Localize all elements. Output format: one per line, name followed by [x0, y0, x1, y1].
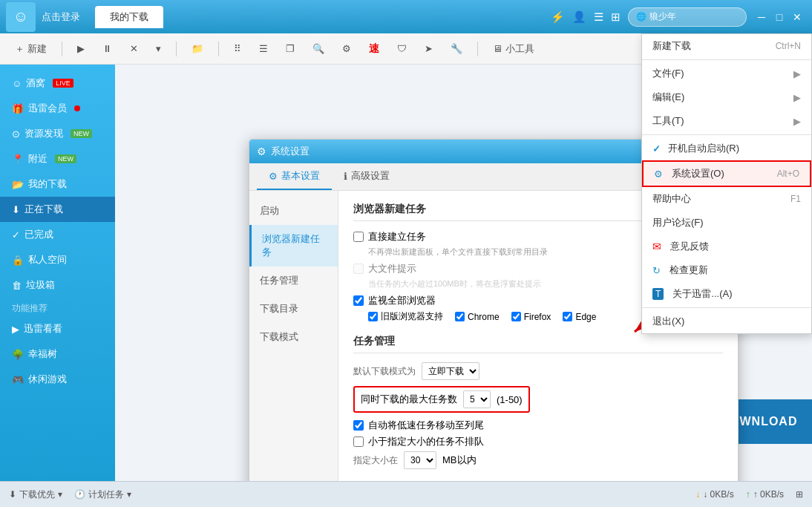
- delete-button[interactable]: ✕: [124, 40, 144, 57]
- list-button[interactable]: ☰: [253, 40, 274, 57]
- tools-button[interactable]: 🔧: [445, 40, 468, 57]
- priority-icon: ⬇: [9, 489, 16, 500]
- menu-system-settings[interactable]: ⚙ 系统设置(O) Alt+O: [642, 160, 811, 187]
- auto-move-checkbox[interactable]: [353, 420, 364, 431]
- right-arrow-icon: ➤: [425, 43, 433, 54]
- dialog-tab-basic[interactable]: ⚙ 基本设置: [257, 163, 332, 190]
- folder-icon: 📁: [191, 43, 203, 54]
- dialog-sidebar-startup[interactable]: 启动: [249, 197, 338, 225]
- schedule-icon: 🕐: [74, 489, 85, 500]
- dialog-sidebar-task-mgmt[interactable]: 任务管理: [249, 266, 338, 295]
- direct-task-label: 直接建立任务: [368, 230, 426, 243]
- close-button[interactable]: ✕: [788, 8, 806, 26]
- speed-icon: 速: [369, 42, 379, 56]
- default-mode-select[interactable]: 立即下载: [422, 362, 479, 380]
- size-unit: MB以内: [442, 454, 477, 467]
- no-queue-checkbox[interactable]: [353, 436, 364, 447]
- sidebar-item-private[interactable]: 🔒 私人空间: [0, 247, 115, 272]
- schedule-label: 计划任务: [88, 488, 124, 501]
- menu-tools[interactable]: 工具(T) ▶: [642, 109, 811, 133]
- menu-file[interactable]: 文件(F) ▶: [642, 62, 811, 85]
- more-button[interactable]: ▾: [150, 40, 167, 57]
- thunder-icon: ⚡: [551, 10, 565, 24]
- large-file-checkbox: [353, 264, 364, 274]
- copy-button[interactable]: ❐: [280, 40, 301, 57]
- sidebar-item-nearby[interactable]: 📍 附近 NEW: [0, 146, 115, 171]
- login-button[interactable]: 点击登录: [42, 10, 80, 24]
- no-queue-row: 小于指定大小的任务不排队: [353, 435, 723, 448]
- shield-button[interactable]: 🛡: [391, 40, 413, 57]
- folder-button[interactable]: 📁: [186, 40, 209, 57]
- sidebar-item-jiujiu[interactable]: ☺ 酒窝 LIVE: [0, 71, 115, 96]
- play-button[interactable]: ▶: [71, 40, 91, 57]
- grid-button[interactable]: ⠿: [228, 40, 247, 57]
- menu-new-download[interactable]: 新建下载 Ctrl+N: [642, 34, 811, 58]
- search-area: 🌐 狼少年: [628, 7, 747, 27]
- sidebar-item-idle-game[interactable]: 🎮 休闲游戏: [0, 367, 115, 392]
- sidebar-item-thunder-watch[interactable]: ▶ 迅雷看看: [0, 316, 115, 341]
- download-priority-button[interactable]: ⬇ 下载优先 ▾: [9, 488, 62, 501]
- auto-move-label: 自动将低速任务移动至列尾: [368, 419, 484, 432]
- jiujiu-icon: ☺: [12, 78, 22, 89]
- sidebar-item-trash[interactable]: 🗑 垃圾箱: [0, 272, 115, 298]
- no-queue-label: 小于指定大小的任务不排队: [368, 435, 484, 448]
- layout-toggle[interactable]: ⊞: [796, 489, 803, 500]
- size-select[interactable]: 30: [404, 451, 436, 469]
- menu-feedback[interactable]: ✉ 意见反馈: [642, 235, 811, 258]
- dialog-tab-advanced[interactable]: ℹ 高级设置: [332, 163, 402, 190]
- sidebar-item-completed[interactable]: ✓ 已完成: [0, 222, 115, 247]
- monitor-all-checkbox[interactable]: [353, 295, 364, 306]
- minimize-button[interactable]: ─: [753, 8, 770, 26]
- auto-move-row: 自动将低速任务移动至列尾: [353, 419, 723, 432]
- old-browser-checkbox[interactable]: [368, 312, 378, 321]
- menu-check-update-label: 检查更新: [669, 264, 708, 277]
- sidebar-item-happy-tree[interactable]: 🌳 幸福树: [0, 341, 115, 367]
- sidebar-item-member[interactable]: 🎁 迅雷会员: [0, 96, 115, 121]
- pause-button[interactable]: ⏸: [96, 40, 118, 57]
- downloading-label: 正在下载: [24, 203, 63, 216]
- menu-about-label: 关于迅雷...(A): [672, 287, 732, 301]
- menu-sep-3: [642, 307, 811, 308]
- schedule-task-button[interactable]: 🕐 计划任务 ▾: [74, 488, 131, 501]
- menu-exit-label: 退出(X): [652, 315, 684, 328]
- grid-icon: ⠿: [234, 43, 241, 54]
- menu-edit-label: 编辑(E): [652, 91, 684, 104]
- settings-button[interactable]: ⚙: [336, 40, 357, 57]
- sidebar-item-my-download[interactable]: 📂 我的下载: [0, 171, 115, 197]
- menu-help-label: 帮助中心: [652, 192, 691, 206]
- member-icon: 🎁: [12, 103, 24, 114]
- edge-checkbox[interactable]: [563, 312, 572, 321]
- speed-button[interactable]: 速: [363, 39, 385, 59]
- task-section-title: 任务管理: [353, 335, 723, 353]
- maximize-button[interactable]: □: [770, 8, 788, 26]
- dialog-sidebar-download-mode[interactable]: 下载模式: [249, 323, 338, 351]
- dialog-sidebar-download-dir[interactable]: 下载目录: [249, 295, 338, 323]
- toolbar-sep-4: [477, 42, 478, 56]
- my-download-tab[interactable]: 我的下载: [95, 6, 163, 28]
- sidebar-item-resource[interactable]: ⊙ 资源发现 NEW: [0, 121, 115, 146]
- search-box[interactable]: 🌐 狼少年: [628, 7, 747, 27]
- search-button[interactable]: 🔍: [307, 40, 330, 57]
- firefox-checkbox[interactable]: [511, 312, 521, 321]
- menu-help[interactable]: 帮助中心 F1: [642, 187, 811, 211]
- menu-edit[interactable]: 编辑(E) ▶: [642, 85, 811, 109]
- menu-auto-start[interactable]: ✓ 开机自动启动(R): [642, 137, 811, 160]
- resize-icon[interactable]: ⊞: [611, 10, 621, 24]
- dialog-title-text: 系统设置: [271, 145, 698, 158]
- menu-system-settings-shortcut: Alt+O: [777, 169, 799, 179]
- small-tools-button[interactable]: 🖥 小工具: [487, 39, 540, 59]
- menu-forum[interactable]: 用户论坛(F): [642, 211, 811, 235]
- max-tasks-select[interactable]: 5: [463, 390, 491, 408]
- chrome-checkbox[interactable]: [455, 312, 465, 321]
- sidebar-item-downloading[interactable]: ⬇ 正在下载: [0, 197, 115, 222]
- search-text: 狼少年: [649, 10, 676, 23]
- dialog-sidebar-browser-new[interactable]: 浏览器新建任务: [249, 225, 338, 266]
- menu-exit[interactable]: 退出(X): [642, 310, 811, 333]
- trash-icon: 🗑: [12, 280, 22, 291]
- direct-task-checkbox[interactable]: [353, 232, 364, 242]
- new-button[interactable]: ＋ 新建: [9, 39, 53, 59]
- arrow-button[interactable]: ➤: [419, 40, 439, 57]
- menu-check-update[interactable]: ↻ 检查更新: [642, 258, 811, 282]
- menu-about[interactable]: T 关于迅雷...(A): [642, 282, 811, 306]
- menu-icon[interactable]: ☰: [594, 10, 603, 24]
